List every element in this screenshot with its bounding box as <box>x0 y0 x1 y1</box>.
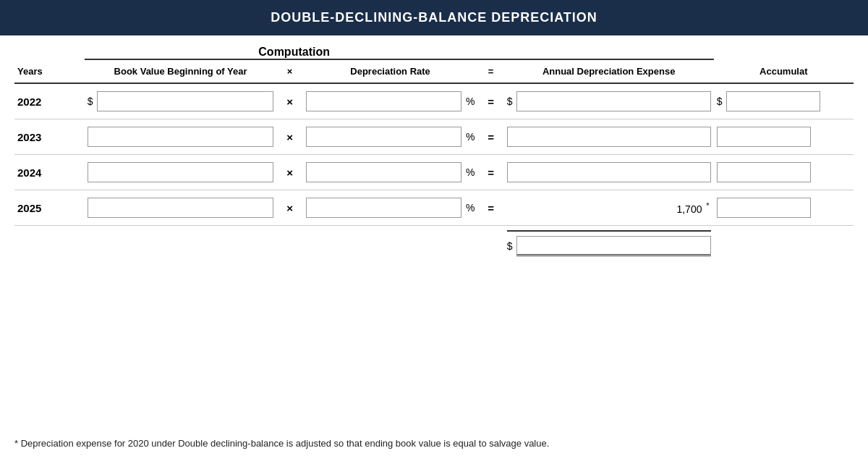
deprate-input-2022[interactable] <box>306 91 461 111</box>
accum-input-2025[interactable] <box>717 198 811 218</box>
year-cell-2023: 2023 <box>14 119 85 155</box>
deprate-input-2024[interactable] <box>306 162 461 182</box>
deprate-cell-2025: % <box>303 190 478 226</box>
column-header-row: Years Book Value Beginning of Year × Dep… <box>14 59 854 83</box>
total-row: $ <box>14 226 854 264</box>
total-accum-spacer <box>714 226 854 264</box>
accum-spacer <box>714 43 854 59</box>
total-dr-spacer <box>303 226 478 264</box>
deprate-cell-2024: % <box>303 155 478 190</box>
accum-cell-2022: $ <box>714 83 854 119</box>
col-header-accum: Accumulat <box>714 59 854 83</box>
col-header-deprate: Depreciation Rate <box>303 59 478 83</box>
accum-input-2024[interactable] <box>717 162 811 182</box>
accum-cell-2024 <box>714 155 854 190</box>
annexp-input-2023[interactable] <box>507 127 711 147</box>
pct-sign-2023: % <box>464 131 475 143</box>
bookval-input-2023[interactable] <box>88 127 274 147</box>
annexp-cell-2025-static: 1,700 * <box>504 190 714 226</box>
pct-sign-2022: % <box>464 96 475 107</box>
deprate-cell-2022: % <box>303 83 478 119</box>
equals-cell-2025: = <box>477 190 503 226</box>
mult-cell-2024: × <box>276 155 302 190</box>
mult-cell-2022: × <box>276 83 302 119</box>
equals-cell-2023: = <box>477 119 503 155</box>
accum-cell-2023 <box>714 119 854 155</box>
bookval-cell-2022: $ <box>85 83 277 119</box>
annexp-cell-2022: $ <box>504 83 714 119</box>
mult-cell-2025: × <box>276 190 302 226</box>
col-header-bookvalue: Book Value Beginning of Year <box>85 59 277 83</box>
annexp-spacer <box>504 43 714 59</box>
annexp-input-2022[interactable] <box>516 91 710 111</box>
bookval-cell-2023 <box>85 119 277 155</box>
bookval-cell-2025 <box>85 190 277 226</box>
bookval-input-2025[interactable] <box>88 198 274 218</box>
annexp-cell-2023 <box>504 119 714 155</box>
total-bv-spacer <box>85 226 277 264</box>
year-cell-2024: 2024 <box>14 155 85 190</box>
accum-cell-2025 <box>714 190 854 226</box>
accum-input-2023[interactable] <box>717 127 811 147</box>
years-spacer <box>14 43 85 59</box>
annexp-cell-2024 <box>504 155 714 190</box>
table-row: 2022 $ × % = <box>14 83 854 119</box>
pct-sign-2024: % <box>464 166 475 178</box>
equals-cell-2024: = <box>477 155 503 190</box>
dollar-sign-ae-2022: $ <box>507 96 514 107</box>
col-header-annualexp: Annual Depreciation Expense <box>504 59 714 83</box>
footnote: * Depreciation expense for 2020 under Do… <box>0 432 868 456</box>
total-dollar-sign: $ <box>507 240 514 252</box>
page: DOUBLE-DECLINING-BALANCE DEPRECIATION Co… <box>0 0 868 456</box>
table-row: 2023 × % = <box>14 119 854 155</box>
deprate-input-2023[interactable] <box>306 127 461 147</box>
col-header-equals: = <box>477 59 503 83</box>
total-years-spacer <box>14 226 85 264</box>
computation-header-row: Computation <box>14 43 854 59</box>
table-container: Computation Years Book Value Beginning o… <box>0 35 868 432</box>
deprate-input-2025[interactable] <box>306 198 461 218</box>
total-mult-spacer <box>276 226 302 264</box>
bookval-input-2022[interactable] <box>97 91 273 111</box>
mult-cell-2023: × <box>276 119 302 155</box>
col-header-mult: × <box>276 59 302 83</box>
year-cell-2025: 2025 <box>14 190 85 226</box>
table-row: 2025 × % = 1,700 * <box>14 190 854 226</box>
total-eq-spacer <box>477 226 503 264</box>
dollar-sign-accum-2022: $ <box>717 96 724 107</box>
bookval-cell-2024 <box>85 155 277 190</box>
pct-sign-2025: % <box>464 202 475 214</box>
deprate-cell-2023: % <box>303 119 478 155</box>
page-title: DOUBLE-DECLINING-BALANCE DEPRECIATION <box>0 0 868 35</box>
total-annexp-cell: $ <box>504 226 714 264</box>
equals-cell-2022: = <box>477 83 503 119</box>
asterisk-mark: * <box>706 201 709 210</box>
table-row: 2024 × % = <box>14 155 854 190</box>
total-annexp-input[interactable] <box>516 236 710 256</box>
dollar-sign-bv-2022: $ <box>88 96 95 107</box>
accum-input-2022[interactable] <box>726 91 820 111</box>
bookval-input-2024[interactable] <box>88 162 274 182</box>
computation-label: Computation <box>85 43 504 59</box>
year-cell-2022: 2022 <box>14 83 85 119</box>
col-header-years: Years <box>14 59 85 83</box>
annexp-input-2024[interactable] <box>507 162 711 182</box>
